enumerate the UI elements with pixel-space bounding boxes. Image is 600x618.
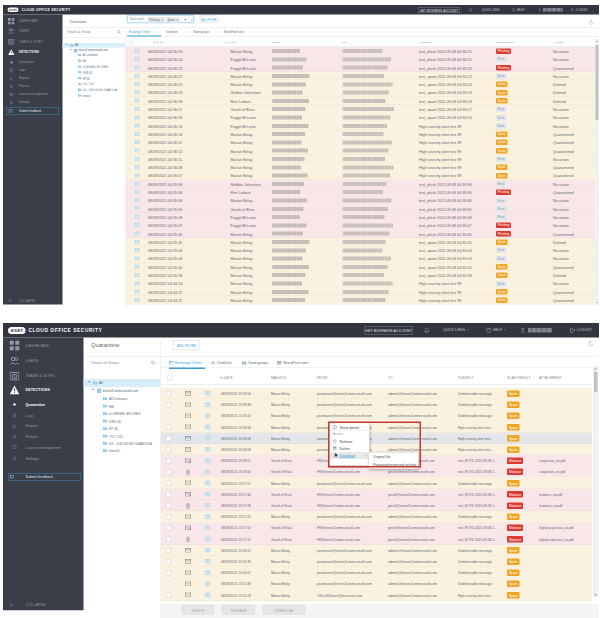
svg-text:?: ? <box>488 328 490 332</box>
